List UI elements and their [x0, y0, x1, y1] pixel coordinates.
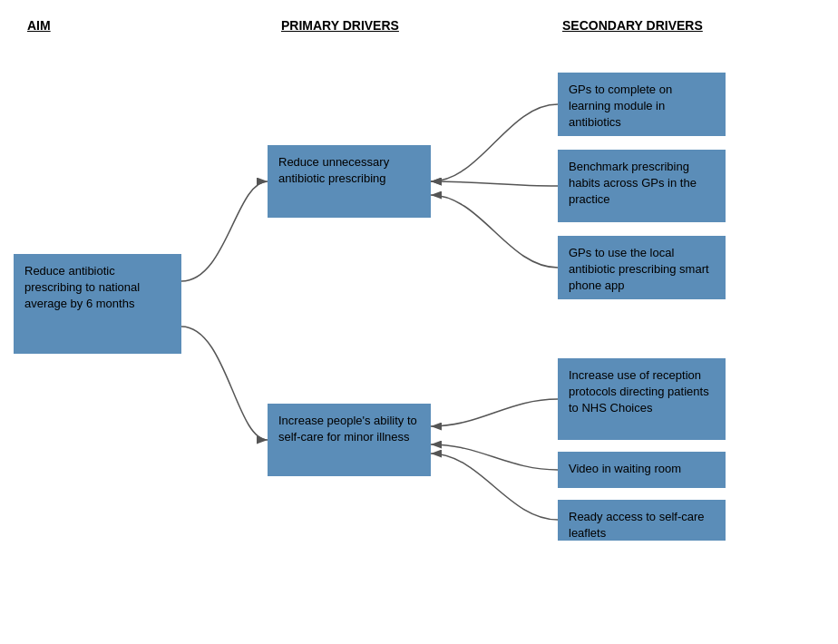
primary-driver-2: Increase people's ability to self-care f… — [268, 404, 431, 476]
aim-box-text: Reduce antibiotic prescribing to nationa… — [24, 264, 140, 310]
arrow-sec1-to-primary1 — [431, 104, 558, 181]
secondary-driver-3: GPs to use the local antibiotic prescrib… — [558, 236, 726, 299]
secondary-driver-5: Video in waiting room — [558, 452, 726, 488]
secondary-driver-4: Increase use of reception protocols dire… — [558, 358, 726, 440]
secondary-driver-6: Ready access to self-care leaflets — [558, 500, 726, 541]
secondary-driver-2: Benchmark prescribing habits across GPs … — [558, 150, 726, 222]
aim-box: Reduce antibiotic prescribing to nationa… — [14, 254, 181, 354]
arrow-sec5-to-primary2 — [431, 444, 558, 470]
secondary-driver-5-text: Video in waiting room — [569, 462, 681, 475]
header-primary: PRIMARY DRIVERS — [281, 18, 399, 33]
arrow-aim-to-primary2 — [181, 327, 268, 440]
secondary-driver-4-text: Increase use of reception protocols dire… — [569, 368, 709, 415]
primary-driver-1-text: Reduce unnecessary antibiotic prescribin… — [278, 155, 389, 185]
secondary-driver-2-text: Benchmark prescribing habits across GPs … — [569, 160, 697, 206]
diagram-container: AIM PRIMARY DRIVERS SECONDARY DRIVERS Re… — [0, 0, 838, 644]
arrow-sec6-to-primary2 — [431, 454, 558, 520]
secondary-driver-1-text: GPs to complete on learning module in an… — [569, 83, 672, 129]
arrow-sec4-to-primary2 — [431, 399, 558, 426]
arrow-sec2-to-primary1 — [431, 181, 558, 186]
secondary-driver-6-text: Ready access to self-care leaflets — [569, 510, 705, 540]
primary-driver-1: Reduce unnecessary antibiotic prescribin… — [268, 145, 431, 218]
secondary-driver-3-text: GPs to use the local antibiotic prescrib… — [569, 246, 709, 292]
arrow-aim-to-primary1 — [181, 181, 268, 281]
header-secondary: SECONDARY DRIVERS — [562, 18, 703, 33]
primary-driver-2-text: Increase people's ability to self-care f… — [278, 414, 417, 444]
header-aim: AIM — [27, 18, 51, 33]
secondary-driver-1: GPs to complete on learning module in an… — [558, 73, 726, 136]
arrow-sec3-to-primary1 — [431, 195, 558, 268]
